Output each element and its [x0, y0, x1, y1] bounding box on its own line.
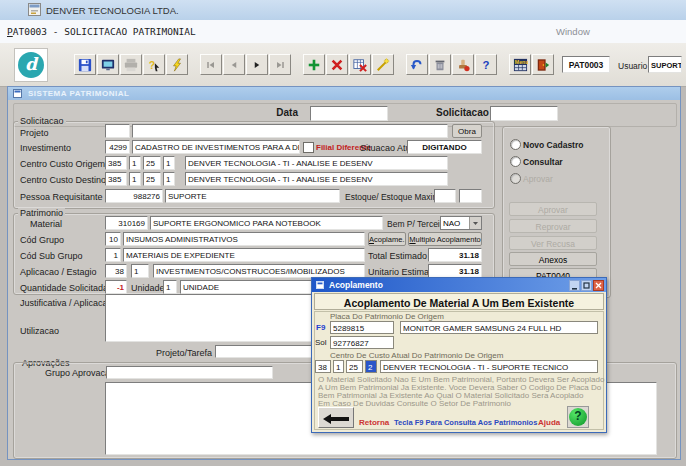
help-button[interactable]: ?: [475, 54, 497, 75]
obra-button[interactable]: Obra: [452, 124, 482, 138]
user-field[interactable]: SUPORTE: [648, 56, 682, 73]
screen-button[interactable]: [97, 54, 119, 75]
aplicacao-c2-field[interactable]: 1: [131, 264, 149, 278]
projeto-code-field[interactable]: [105, 124, 130, 138]
projeto-desc-field[interactable]: [132, 124, 448, 138]
nav-next-button[interactable]: [246, 54, 268, 75]
window-titlebar: DENVER TECNOLOGIA LTDA.: [0, 0, 686, 21]
data-field[interactable]: [310, 106, 388, 121]
centro-destino-c1[interactable]: 385: [105, 172, 127, 186]
close-icon: [595, 282, 602, 289]
filial-diferente-checkbox[interactable]: [303, 142, 314, 153]
centro-origem-c4[interactable]: 1: [163, 156, 175, 170]
dlg-centro-desc[interactable]: DENVER TECNOLOGIA - TI - SUPORTE TECNICO: [380, 360, 598, 373]
acoplamento-dialog: Acoplamento Acoplamento De Material A Um…: [311, 277, 607, 433]
stamp-button[interactable]: [452, 54, 474, 75]
trash-button[interactable]: [429, 54, 451, 75]
radio-novo-cadastro[interactable]: [510, 139, 521, 150]
cod-subgrupo-desc-field[interactable]: MATERIAIS DE EXPEDIENTE: [123, 248, 365, 262]
clear-grid-button[interactable]: [349, 54, 371, 75]
solicitacao-field[interactable]: [490, 106, 558, 121]
dialog-minimize-button[interactable]: [569, 280, 580, 291]
dlg-centro-c2[interactable]: 1: [333, 360, 344, 373]
radio-aprovar[interactable]: [510, 173, 521, 184]
transaction-code-field[interactable]: PAT0003: [562, 56, 610, 73]
delete-record-button[interactable]: [326, 54, 348, 75]
investimento-code-field[interactable]: 4299: [105, 140, 130, 154]
nav-prev-button[interactable]: [223, 54, 245, 75]
grupo-aprovacao-field[interactable]: [106, 366, 273, 379]
centro-origem-c1[interactable]: 385: [105, 156, 127, 170]
f9-hint-label: Tecla F9 Para Consulta Aos Patrimonios: [394, 418, 537, 427]
aplicacao-desc-field[interactable]: INVESTIMENTOS/CONSTRUCOES/IMOBILIZADOS: [153, 264, 365, 278]
placa-desc-field[interactable]: MONITOR GAMER SAMSUNG 24 FULL HD: [400, 321, 598, 334]
sol-field[interactable]: 92776827: [330, 336, 394, 349]
dlg-centro-c3[interactable]: 25: [346, 360, 363, 373]
chevron-down-icon: [469, 217, 481, 229]
centro-origem-c3[interactable]: 25: [143, 156, 161, 170]
form-header-title: SISTEMA PATRIMONIAL: [28, 89, 129, 98]
estoque-field[interactable]: [434, 189, 456, 203]
retorna-button[interactable]: [318, 407, 354, 428]
nav-last-button[interactable]: [269, 54, 291, 75]
clear-grid-icon: [353, 58, 367, 72]
centro-origem-c2[interactable]: 1: [129, 156, 141, 170]
dialog-help-button[interactable]: ?: [567, 406, 589, 428]
placa-code-field[interactable]: 5289815: [330, 321, 394, 334]
cod-grupo-code-field[interactable]: 10: [105, 232, 121, 246]
nav-prev-icon: [228, 59, 240, 71]
dlg-centro-c1[interactable]: 38: [315, 360, 331, 373]
material-code-field[interactable]: 310169: [105, 216, 148, 230]
centro-origem-desc[interactable]: DENVER TECNOLOGIA - TI - ANALISE E DESEN…: [185, 156, 448, 170]
dialog-close-button[interactable]: [593, 280, 604, 291]
centro-destino-c2[interactable]: 1: [129, 172, 141, 186]
investimento-desc-field[interactable]: CADASTRO DE INVESTIMENTOS PARA A DENVI: [132, 140, 300, 154]
material-desc-field[interactable]: SUPORTE ERGONOMICO PARA NOTEBOOK: [150, 216, 383, 230]
save-icon: [78, 58, 92, 72]
nav-first-button[interactable]: [200, 54, 222, 75]
total-estimado-value: 31.18: [428, 248, 482, 262]
cod-grupo-desc-field[interactable]: INSUMOS ADMINISTRATIVOS: [123, 232, 365, 246]
aplicacao-c1-field[interactable]: 38: [105, 264, 127, 278]
acoplamento-button[interactable]: Acoplame...: [368, 232, 406, 246]
help-pointer-icon: ?: [147, 58, 161, 72]
radio-consultar[interactable]: [510, 156, 521, 167]
bem-terceiro-dropdown[interactable]: NAO: [440, 216, 482, 230]
save-button[interactable]: [74, 54, 96, 75]
pessoa-name-field[interactable]: SUPORTE: [165, 189, 340, 203]
unidade-code-field[interactable]: 1: [163, 280, 177, 294]
estoque-maximo-field[interactable]: [459, 189, 482, 203]
add-record-button[interactable]: [303, 54, 325, 75]
bem-terceiro-value: NAO: [443, 219, 460, 228]
exit-button[interactable]: [532, 54, 554, 75]
multiplo-acoplamento-button[interactable]: Multiplo Acoplamento: [408, 232, 482, 246]
projeto-tarefa-label: Projeto/Tarefa: [120, 348, 212, 358]
print-button[interactable]: [120, 54, 142, 75]
quantidade-field[interactable]: -1: [105, 280, 127, 294]
undo-button[interactable]: [406, 54, 428, 75]
aprovar-button[interactable]: Aprovar: [509, 202, 597, 216]
dialog-icon: [316, 281, 324, 289]
exit-door-icon: [536, 58, 550, 72]
anexos-button[interactable]: Anexos: [509, 252, 597, 266]
dialog-title: Acoplamento: [329, 280, 383, 290]
dlg-centro-c4[interactable]: 2: [365, 360, 377, 373]
material-label: Material: [30, 219, 62, 229]
lightning-button[interactable]: [166, 54, 188, 75]
menu-item-window[interactable]: Window: [556, 26, 590, 37]
pessoa-code-field[interactable]: 988276: [105, 189, 163, 203]
add-icon: [307, 58, 321, 72]
menu-button[interactable]: Menu: [509, 54, 531, 75]
f9-key-label: F9: [316, 323, 325, 332]
centro-destino-c3[interactable]: 25: [143, 172, 161, 186]
centro-destino-c4[interactable]: 1: [163, 172, 175, 186]
ver-recusa-button[interactable]: Ver Recusa: [509, 236, 597, 250]
data-label: Data: [200, 108, 298, 118]
help-select-button[interactable]: ?: [143, 54, 165, 75]
cod-subgrupo-code-field[interactable]: 1: [105, 248, 121, 262]
wand-button[interactable]: [372, 54, 394, 75]
dialog-maximize-button[interactable]: [581, 280, 592, 291]
centro-destino-desc[interactable]: DENVER TECNOLOGIA - TI - ANALISE E DESEN…: [185, 172, 448, 186]
logo-button[interactable]: d: [14, 48, 48, 82]
reprovar-button[interactable]: Reprovar: [509, 219, 597, 233]
